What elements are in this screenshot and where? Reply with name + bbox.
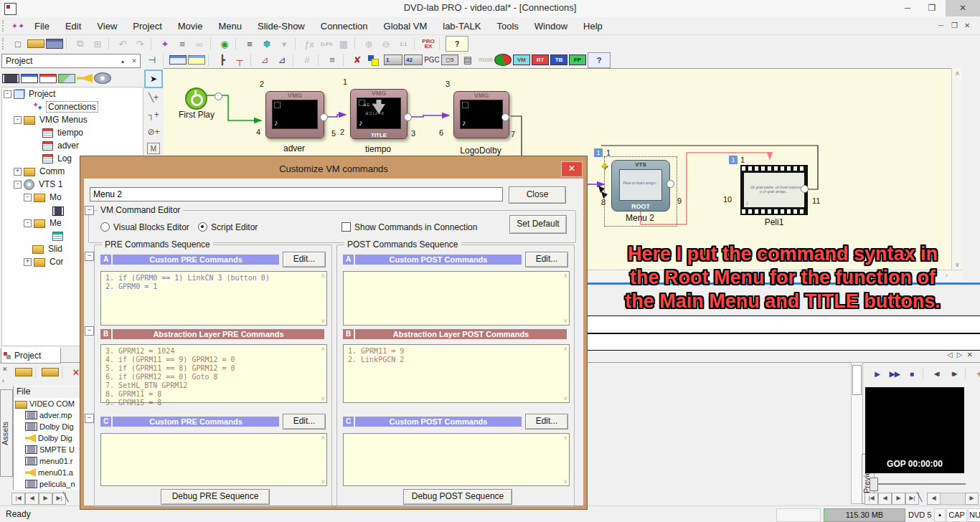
add-movie-icon[interactable]: [2, 74, 19, 83]
new-file-icon[interactable]: □: [10, 37, 26, 51]
import-asset-icon[interactable]: ≡: [174, 37, 190, 51]
menu-node-logodolby[interactable]: VMG ♪: [453, 91, 509, 138]
separator[interactable]: [318, 54, 321, 66]
pre-b-code-area[interactable]: 3. GPRM12 = 1024 4. if (GPRM11 == 9) GPR…: [100, 344, 327, 403]
copy-icon[interactable]: ⧉: [72, 37, 88, 51]
render-icon[interactable]: ▦: [336, 37, 352, 51]
script-editor-radio[interactable]: Script Editor: [198, 222, 258, 232]
collapse-pre-a-icon[interactable]: −: [85, 252, 94, 261]
tree-item[interactable]: tiempo: [2, 126, 143, 139]
zoom-100-icon[interactable]: 1:1: [395, 37, 411, 51]
redo-icon[interactable]: ↷: [132, 37, 148, 51]
post-b-code-area[interactable]: 1. GPRM11 = 9 2. LinkPGCN 2 ∧ ∨: [343, 344, 570, 403]
dfx-icon[interactable]: D-FX: [319, 37, 334, 51]
tree-expander[interactable]: [34, 130, 40, 136]
scroll-up-icon[interactable]: ∧: [563, 435, 567, 441]
radio-icon[interactable]: [100, 222, 110, 232]
assets-tab[interactable]: Assets: [0, 389, 13, 477]
connection-table-icon[interactable]: [169, 55, 187, 65]
connections-icon[interactable]: ✦: [157, 37, 173, 51]
frame-counter-icon[interactable]: ?0100: [477, 53, 493, 67]
link-tool[interactable]: ╲+: [146, 90, 161, 105]
tree-expander[interactable]: [44, 207, 50, 214]
add-chapter-button[interactable]: +: [971, 366, 980, 381]
next-frame-button[interactable]: I▶: [946, 366, 962, 381]
file-column-header[interactable]: File: [13, 386, 85, 399]
pgc-label[interactable]: PGC: [424, 53, 440, 67]
separator[interactable]: [210, 38, 214, 49]
scroll-down-icon[interactable]: ∨: [321, 478, 325, 485]
project-panel-selector[interactable]: Project ▴ ✕: [1, 54, 141, 68]
asset-row[interactable]: VIDEO COM: [14, 398, 81, 409]
first-play-node[interactable]: [185, 87, 207, 110]
pin-panel-icon[interactable]: ⊣: [144, 53, 160, 67]
root-menu-button[interactable]: RT: [532, 54, 549, 65]
play-button[interactable]: ▶: [870, 366, 885, 381]
separator[interactable]: [354, 38, 358, 49]
asset-row[interactable]: adver.mp: [14, 409, 81, 421]
minimize-button[interactable]: ─: [897, 0, 918, 16]
restore-button[interactable]: ❐: [921, 0, 943, 16]
first-button[interactable]: |◀: [864, 493, 878, 505]
snap-grid-icon[interactable]: #: [299, 53, 315, 67]
scroll-up-icon[interactable]: ∧: [321, 272, 325, 279]
mdi-close-button[interactable]: ✕: [964, 21, 970, 31]
mdi-restore-button[interactable]: ❐: [951, 21, 958, 31]
collapse-pre-b-icon[interactable]: −: [85, 326, 94, 336]
auto-arrange-icon[interactable]: ≡: [324, 53, 340, 67]
separator[interactable]: [108, 38, 112, 49]
first-button[interactable]: |◀: [11, 493, 25, 505]
scroll-down-icon[interactable]: ∨: [321, 318, 325, 324]
separator[interactable]: [295, 38, 298, 49]
debug-pre-button[interactable]: Debug PRE Sequence: [161, 489, 270, 505]
tree-expander[interactable]: [34, 143, 40, 149]
clear-links-icon[interactable]: ✘: [349, 53, 365, 67]
edit-pre-c-button[interactable]: Edit...: [283, 414, 326, 430]
add-audio-icon[interactable]: [77, 74, 93, 82]
tiempo-connector[interactable]: [404, 113, 412, 121]
close-button[interactable]: ✕: [946, 0, 980, 16]
assets-close-icon[interactable]: ✕: [2, 366, 8, 373]
undo-icon[interactable]: ↶: [115, 37, 131, 51]
separator[interactable]: [343, 54, 347, 66]
pointer-tool[interactable]: ➤: [144, 70, 163, 88]
show-links-icon[interactable]: ┣: [215, 53, 230, 67]
pre-a-code-area[interactable]: 1. if (GPRM0 == 1) LinkCN 3 (button 0) 2…: [100, 271, 327, 326]
edit-post-a-button[interactable]: Edit...: [525, 252, 568, 267]
tree-item[interactable]: Connections: [2, 100, 143, 113]
asset-row[interactable]: menu01.r: [14, 455, 81, 467]
vm-commands-button[interactable]: VM: [513, 54, 530, 65]
collapse-editor-icon[interactable]: −: [85, 206, 94, 215]
find-icon[interactable]: ∞: [192, 37, 207, 51]
tree-expander[interactable]: -: [24, 219, 32, 227]
fx-icon[interactable]: ƒx: [301, 37, 317, 51]
scroll-down-icon[interactable]: ∨: [321, 395, 325, 402]
dialog-close-icon[interactable]: ✕: [561, 161, 583, 177]
overlap-icon[interactable]: [367, 54, 382, 65]
add-link-icon[interactable]: ⊿: [257, 53, 273, 67]
separator[interactable]: [414, 38, 418, 49]
separator[interactable]: [965, 368, 969, 379]
scroll-down-icon[interactable]: ∨: [563, 395, 567, 402]
tree-expander[interactable]: +: [14, 168, 22, 176]
adver-connector[interactable]: [320, 113, 328, 121]
import-folder-icon[interactable]: [15, 368, 32, 376]
stop-button[interactable]: ■: [904, 366, 920, 381]
pro-ex-icon[interactable]: PRO EX: [420, 37, 436, 51]
tree-item[interactable]: adver: [2, 139, 143, 152]
burn-dvd-icon[interactable]: ◉: [217, 37, 232, 51]
checkbox-icon[interactable]: [341, 222, 351, 232]
tree-expander[interactable]: [24, 246, 30, 252]
object-name-input[interactable]: [90, 187, 503, 201]
tree-expander[interactable]: -: [24, 194, 32, 201]
dialog-title-bar[interactable]: Customize VM commands ✕: [84, 160, 583, 179]
first-play-button[interactable]: FP: [569, 54, 586, 65]
help-icon[interactable]: ?: [446, 36, 468, 52]
prev-button[interactable]: ◀: [878, 493, 892, 505]
separator[interactable]: [151, 38, 154, 49]
debug-post-button[interactable]: Debug POST Sequence: [403, 489, 512, 505]
scrollbar-thumb[interactable]: [852, 365, 862, 395]
scroll-down-icon[interactable]: ∨: [563, 318, 567, 324]
open-assets-icon[interactable]: [42, 368, 59, 376]
asset-row[interactable]: menu01.a: [14, 467, 81, 478]
